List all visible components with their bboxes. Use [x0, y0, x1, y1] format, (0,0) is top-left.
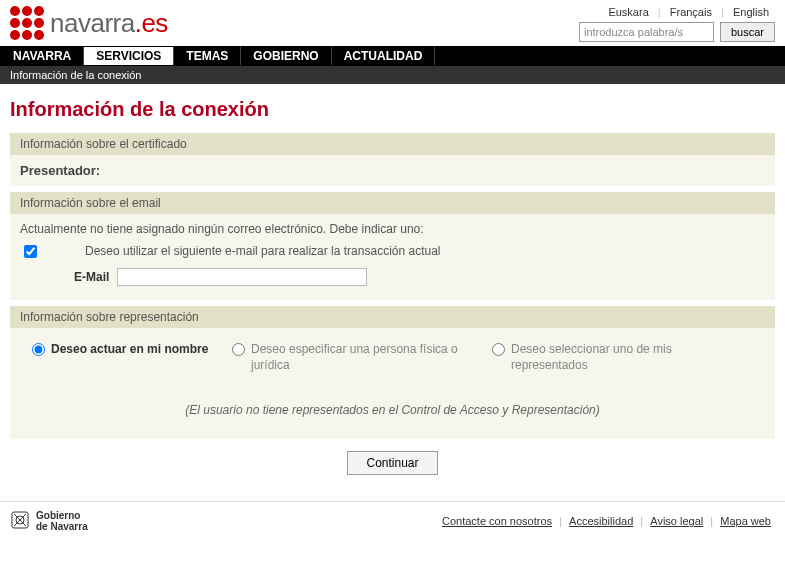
footer-sitemap[interactable]: Mapa web [720, 515, 771, 527]
logo-text: navarra.es [50, 8, 168, 39]
logo-suffix: .es [135, 8, 168, 38]
search-row: buscar [579, 22, 775, 42]
continue-button[interactable]: Continuar [347, 451, 437, 475]
gov-text: Gobierno de Navarra [36, 510, 88, 532]
search-input[interactable] [579, 22, 714, 42]
footer-legal[interactable]: Aviso legal [650, 515, 703, 527]
search-button[interactable]: buscar [720, 22, 775, 42]
email-checkbox-row: Deseo utilizar el siguiente e-mail para … [20, 244, 765, 258]
nav-temas[interactable]: TEMAS [174, 47, 241, 65]
logo-main: navarra [50, 8, 135, 38]
header-right: Euskara | Français | English buscar [579, 6, 775, 42]
email-input-row: E-Mail [74, 268, 765, 286]
cert-section-heading: Información sobre el certificado [10, 133, 775, 155]
language-bar: Euskara | Français | English [579, 6, 775, 18]
use-email-label: Deseo utilizar el siguiente e-mail para … [85, 244, 441, 258]
rep-label-person: Deseo especificar una persona física o j… [251, 342, 474, 373]
page-title: Información de la conexión [10, 98, 775, 121]
footer-contact[interactable]: Contacte con nosotros [442, 515, 552, 527]
presenter-label: Presentador: [20, 163, 100, 178]
nav-navarra[interactable]: NAVARRA [1, 47, 84, 65]
rep-options: Deseo actuar en mi nombre Deseo especifi… [20, 336, 765, 397]
gov-line2: de Navarra [36, 521, 88, 532]
rep-radio-self[interactable] [32, 343, 45, 356]
gov-line1: Gobierno [36, 510, 80, 521]
rep-label-self: Deseo actuar en mi nombre [51, 342, 208, 358]
breadcrumb-text: Información de la conexión [10, 69, 141, 81]
footer-links: Contacte con nosotros | Accesibilidad | … [438, 515, 775, 527]
rep-option-self: Deseo actuar en mi nombre [24, 342, 214, 373]
main-nav: NAVARRA SERVICIOS TEMAS GOBIERNO ACTUALI… [0, 46, 785, 66]
email-input[interactable] [117, 268, 367, 286]
continue-row: Continuar [10, 439, 775, 481]
logo-dots-icon [10, 6, 44, 40]
footer: Gobierno de Navarra Contacte con nosotro… [0, 501, 785, 544]
use-email-checkbox[interactable] [24, 245, 37, 258]
nav-servicios[interactable]: SERVICIOS [84, 47, 174, 65]
rep-radio-represented[interactable] [492, 343, 505, 356]
rep-option-person: Deseo especificar una persona física o j… [224, 342, 474, 373]
no-representatives-msg: (El usuario no tiene representados en el… [20, 397, 765, 431]
email-section-body: Actualmente no tiene asignado ningún cor… [10, 214, 775, 300]
footer-left: Gobierno de Navarra [10, 510, 88, 532]
content: Información de la conexión Información s… [0, 84, 785, 501]
rep-radio-person[interactable] [232, 343, 245, 356]
email-label: E-Mail [74, 270, 109, 284]
breadcrumb: Información de la conexión [0, 66, 785, 84]
nav-actualidad[interactable]: ACTUALIDAD [332, 47, 436, 65]
rep-option-represented: Deseo seleccionar uno de mis representad… [484, 342, 724, 373]
cert-section-body: Presentador: [10, 155, 775, 186]
rep-label-represented: Deseo seleccionar uno de mis representad… [511, 342, 724, 373]
rep-section-body: Deseo actuar en mi nombre Deseo especifi… [10, 328, 775, 439]
site-logo[interactable]: navarra.es [10, 6, 168, 40]
lang-english[interactable]: English [733, 6, 769, 18]
lang-francais[interactable]: Français [670, 6, 712, 18]
coat-of-arms-icon [10, 510, 30, 532]
footer-accessibility[interactable]: Accesibilidad [569, 515, 633, 527]
lang-euskara[interactable]: Euskara [608, 6, 648, 18]
email-note: Actualmente no tiene asignado ningún cor… [20, 222, 765, 236]
nav-gobierno[interactable]: GOBIERNO [241, 47, 331, 65]
header: navarra.es Euskara | Français | English … [0, 0, 785, 46]
rep-section-heading: Información sobre representación [10, 306, 775, 328]
email-section-heading: Información sobre el email [10, 192, 775, 214]
